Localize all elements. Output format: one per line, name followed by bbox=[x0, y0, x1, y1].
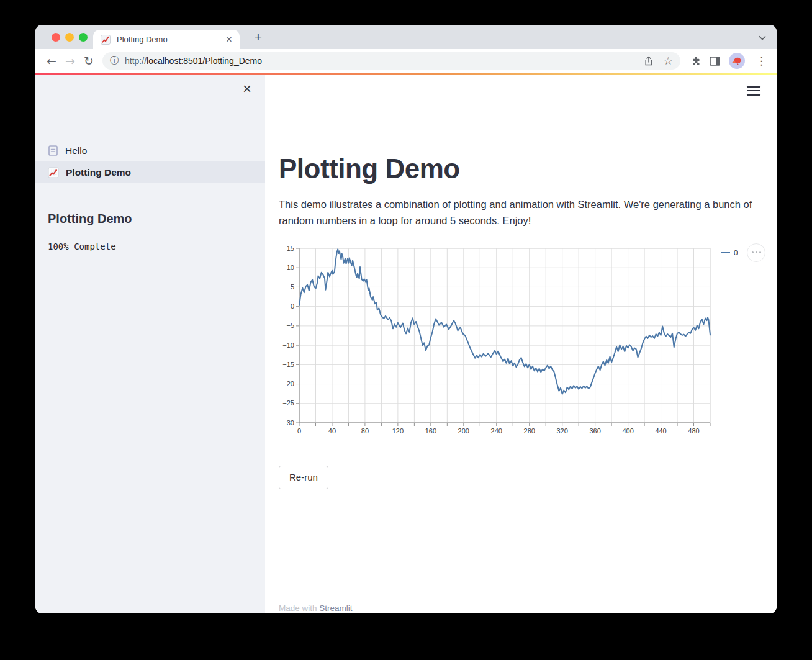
svg-text:−15: −15 bbox=[282, 360, 294, 368]
toolbar-right-icons: ⋮ bbox=[690, 53, 769, 69]
sidebar-item-label: Hello bbox=[65, 145, 87, 156]
tab-close-icon[interactable]: × bbox=[225, 34, 233, 45]
svg-text:−30: −30 bbox=[282, 418, 294, 426]
tab-search-chevron-icon[interactable] bbox=[759, 34, 765, 40]
main-panel: Plotting Demo This demo illustrates a co… bbox=[265, 73, 777, 613]
footer-made-with-text: Made with bbox=[279, 603, 319, 613]
legend-series-label: 0 bbox=[734, 249, 738, 256]
profile-avatar[interactable] bbox=[729, 53, 745, 69]
tab-strip: Plotting Demo × + bbox=[35, 25, 777, 49]
sidebar-close-icon[interactable]: × bbox=[243, 81, 251, 96]
sidebar-item-label: Plotting Demo bbox=[66, 167, 131, 178]
svg-text:−10: −10 bbox=[282, 341, 294, 348]
bookmark-star-icon[interactable]: ☆ bbox=[664, 55, 673, 67]
svg-text:5: 5 bbox=[291, 283, 294, 290]
sidebar-item-plotting-demo[interactable]: Plotting Demo bbox=[35, 161, 265, 183]
svg-text:280: 280 bbox=[524, 427, 535, 433]
rerun-button[interactable]: Re-run bbox=[279, 466, 328, 489]
reload-button[interactable]: ↻ bbox=[80, 52, 97, 70]
chart-increasing-icon bbox=[48, 167, 59, 178]
page-description: This demo illustrates a combination of p… bbox=[279, 197, 764, 228]
streamlit-link[interactable]: Streamlit bbox=[319, 603, 352, 613]
svg-text:0: 0 bbox=[291, 302, 294, 310]
side-panel-icon[interactable] bbox=[710, 57, 720, 66]
extensions-puzzle-icon[interactable] bbox=[690, 56, 701, 66]
site-info-icon[interactable]: ⓘ bbox=[110, 55, 119, 66]
svg-text:120: 120 bbox=[392, 427, 404, 433]
progress-status-text: 100% Complete bbox=[48, 242, 253, 251]
svg-text:10: 10 bbox=[287, 263, 294, 271]
page-document-icon bbox=[48, 145, 58, 156]
sidebar-section: Plotting Demo 100% Complete bbox=[35, 212, 265, 251]
window-minimize-button[interactable] bbox=[65, 33, 74, 42]
forward-button: → bbox=[61, 52, 79, 70]
svg-text:200: 200 bbox=[458, 427, 469, 433]
browser-toolbar: ← → ↻ ⓘ http://localhost:8501/Plotting_D… bbox=[35, 49, 777, 73]
streamlit-decoration-bar bbox=[35, 73, 777, 75]
new-tab-button[interactable]: + bbox=[250, 29, 267, 46]
line-chart-svg: 0408012016020024028032036040044048015105… bbox=[279, 243, 713, 433]
browser-menu-icon[interactable]: ⋮ bbox=[754, 55, 769, 67]
svg-text:−25: −25 bbox=[282, 399, 294, 407]
sidebar: × Hello Plotting Demo bbox=[35, 73, 265, 613]
url-host: localhost:8501/Plotting_Demo bbox=[147, 56, 262, 66]
avatar-bird-icon bbox=[729, 53, 745, 69]
browser-window: Plotting Demo × + ← → ↻ ⓘ http://localho… bbox=[35, 25, 777, 613]
svg-text:−20: −20 bbox=[282, 380, 294, 387]
legend-line-swatch bbox=[721, 252, 730, 253]
url-text: http://localhost:8501/Plotting_Demo bbox=[125, 56, 262, 66]
app-content: × Hello Plotting Demo bbox=[35, 73, 777, 613]
sidebar-item-hello[interactable]: Hello bbox=[35, 140, 265, 161]
svg-text:160: 160 bbox=[425, 427, 436, 433]
svg-text:40: 40 bbox=[328, 427, 336, 433]
browser-tab[interactable]: Plotting Demo × bbox=[93, 30, 240, 49]
svg-text:320: 320 bbox=[557, 427, 568, 433]
address-bar[interactable]: ⓘ http://localhost:8501/Plotting_Demo ☆ bbox=[102, 52, 680, 70]
sidebar-divider bbox=[35, 194, 265, 194]
window-maximize-button[interactable] bbox=[79, 33, 88, 42]
svg-text:240: 240 bbox=[491, 427, 502, 433]
legend-entry: 0 bbox=[721, 249, 738, 256]
page-title: Plotting Demo bbox=[279, 154, 777, 184]
chart-increasing-favicon bbox=[101, 35, 111, 45]
footer: Made with Streamlit bbox=[279, 603, 353, 613]
tab-title: Plotting Demo bbox=[117, 35, 225, 44]
window-close-button[interactable] bbox=[52, 33, 60, 42]
svg-text:360: 360 bbox=[589, 427, 600, 433]
window-controls bbox=[52, 33, 88, 42]
back-button[interactable]: ← bbox=[43, 52, 60, 70]
svg-text:440: 440 bbox=[655, 427, 666, 433]
svg-text:480: 480 bbox=[688, 427, 699, 433]
sidebar-nav: Hello Plotting Demo bbox=[35, 140, 265, 183]
svg-text:−5: −5 bbox=[286, 322, 294, 329]
share-icon[interactable] bbox=[644, 56, 654, 66]
chart-legend: 0 bbox=[721, 243, 765, 262]
svg-text:80: 80 bbox=[361, 427, 369, 433]
url-scheme: http:// bbox=[125, 56, 147, 66]
sidebar-section-title: Plotting Demo bbox=[48, 212, 253, 226]
svg-text:400: 400 bbox=[622, 427, 633, 433]
streamlit-menu-icon[interactable] bbox=[747, 86, 760, 96]
chart-actions-menu-icon[interactable] bbox=[747, 243, 765, 262]
chart-block: 0408012016020024028032036040044048015105… bbox=[279, 243, 777, 433]
svg-text:15: 15 bbox=[287, 244, 294, 251]
main-block: Plotting Demo This demo illustrates a co… bbox=[265, 73, 777, 489]
svg-text:0: 0 bbox=[297, 427, 301, 433]
